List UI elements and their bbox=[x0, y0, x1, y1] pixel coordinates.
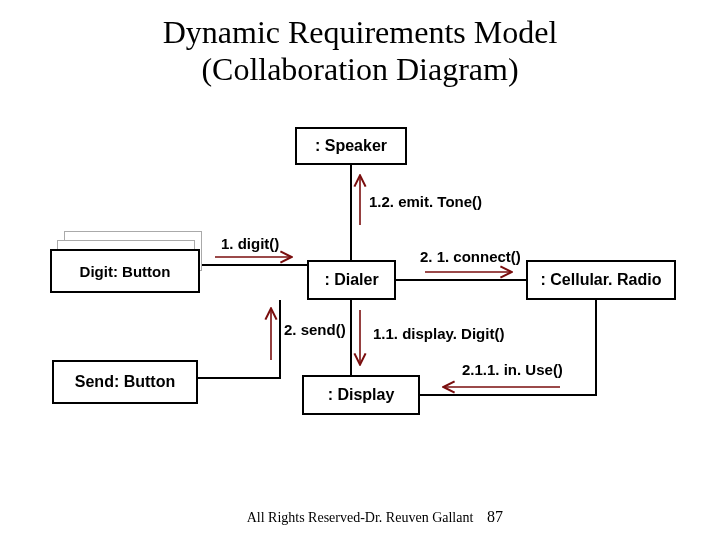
node-digit-button-label: Digit: Button bbox=[80, 263, 171, 280]
node-dialer: : Dialer bbox=[307, 260, 396, 300]
msg-in-use: 2.1.1. in. Use() bbox=[462, 361, 563, 378]
node-display-label: : Display bbox=[328, 386, 395, 404]
msg-connect: 2. 1. connect() bbox=[420, 248, 521, 265]
title-line-2: (Collaboration Diagram) bbox=[201, 51, 518, 87]
msg-display-digit: 1.1. display. Digit() bbox=[373, 325, 504, 342]
title-line-1: Dynamic Requirements Model bbox=[163, 14, 558, 50]
node-send-button-label: Send: Button bbox=[75, 373, 175, 391]
node-cellular-radio-label: : Cellular. Radio bbox=[541, 271, 662, 289]
collaboration-diagram: : Speaker : Dialer : Cellular. Radio : D… bbox=[40, 105, 680, 450]
node-send-button: Send: Button bbox=[52, 360, 198, 404]
footer-copyright: All Rights Reserved-Dr. Reuven Gallant bbox=[0, 510, 720, 526]
msg-send: 2. send() bbox=[284, 321, 346, 338]
node-speaker-label: : Speaker bbox=[315, 137, 387, 155]
node-dialer-label: : Dialer bbox=[324, 271, 378, 289]
slide-title: Dynamic Requirements Model (Collaboratio… bbox=[0, 14, 720, 88]
msg-digit: 1. digit() bbox=[221, 235, 279, 252]
node-cellular-radio: : Cellular. Radio bbox=[526, 260, 676, 300]
node-display: : Display bbox=[302, 375, 420, 415]
node-digit-button: Digit: Button bbox=[50, 249, 200, 293]
msg-emit-tone: 1.2. emit. Tone() bbox=[369, 193, 482, 210]
node-speaker: : Speaker bbox=[295, 127, 407, 165]
page-number: 87 bbox=[487, 508, 503, 526]
